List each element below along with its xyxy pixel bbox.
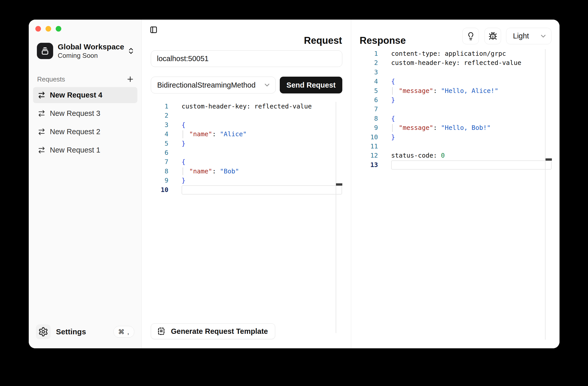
indent-guide — [392, 87, 393, 95]
code-text: { — [391, 114, 395, 123]
panel-left-icon — [150, 26, 158, 34]
code-line-13[interactable]: 13 — [351, 160, 560, 170]
scrollbar-thumb[interactable] — [336, 183, 342, 186]
request-item-label: New Request 1 — [50, 146, 100, 154]
response-panel: Response Light 1content-type: applicatio… — [351, 20, 560, 348]
code-line-3[interactable]: 3 — [351, 68, 560, 77]
lightbulb-button[interactable] — [462, 28, 479, 44]
line-number: 6 — [142, 148, 168, 157]
template-dashed-icon — [156, 326, 166, 336]
sidebar: Global Workspace Coming Soon Requests — [29, 20, 142, 348]
line-number: 4 — [351, 77, 378, 86]
code-line-8[interactable]: 8{ — [351, 114, 560, 123]
code-line-4[interactable]: 4 "name": "Alice" — [142, 130, 351, 139]
line-number: 12 — [351, 151, 378, 160]
code-text: content-type: application/grpc — [391, 49, 506, 58]
code-line-8[interactable]: 8 "name": "Bob" — [142, 167, 351, 176]
response-editor: 1content-type: application/grpc2custom-h… — [351, 49, 560, 170]
generate-request-template-button[interactable]: Generate Request Template — [151, 323, 275, 339]
chevrons-up-down-icon — [127, 47, 135, 55]
code-line-12[interactable]: 12status-code: 0 — [351, 151, 560, 160]
generate-request-template-label: Generate Request Template — [171, 327, 268, 336]
chevron-down-icon — [263, 81, 271, 89]
method-select-value: BidirectionalStreamingMethod — [157, 81, 263, 89]
workspace-subtitle: Coming Soon — [58, 52, 127, 59]
code-line-6[interactable]: 6 — [142, 148, 351, 157]
line-number: 11 — [351, 142, 378, 151]
line-number: 13 — [351, 160, 378, 170]
line-number: 7 — [351, 105, 378, 114]
arrow-right-left-icon — [38, 128, 46, 136]
code-line-2[interactable]: 2 — [142, 111, 351, 120]
sidebar-item-new-request-2[interactable]: New Request 2 — [33, 124, 137, 140]
indent-guide — [183, 130, 183, 138]
plus-icon — [126, 75, 134, 83]
sidebar-item-new-request-1[interactable]: New Request 1 — [33, 142, 137, 158]
line-number: 9 — [351, 123, 378, 132]
code-line-7[interactable]: 7 — [351, 105, 560, 114]
scrollbar-thumb[interactable] — [546, 158, 552, 161]
code-line-1[interactable]: 1content-type: application/grpc — [351, 49, 560, 58]
method-select[interactable]: BidirectionalStreamingMethod — [151, 77, 276, 93]
code-line-11[interactable]: 11 — [351, 142, 560, 151]
arrow-right-left-icon — [38, 91, 46, 99]
request-list: New Request 4 New Request 3 New Request … — [33, 87, 137, 160]
line-number: 10 — [142, 185, 168, 195]
code-line-4[interactable]: 4{ — [351, 77, 560, 86]
active-line-box[interactable] — [182, 185, 342, 195]
send-request-button[interactable]: Send Request — [280, 77, 342, 93]
bug-button[interactable] — [484, 28, 501, 44]
line-number: 1 — [142, 102, 168, 111]
line-number: 2 — [142, 111, 168, 120]
indent-guide — [183, 168, 183, 175]
code-text: } — [391, 133, 395, 142]
theme-select[interactable]: Light — [506, 28, 551, 44]
workspace-title: Global Workspace — [58, 43, 127, 51]
code-line-5[interactable]: 5 "message": "Hello, Alice!" — [351, 86, 560, 95]
settings-button[interactable]: Settings ⌘ , — [36, 324, 134, 339]
theme-select-value: Light — [513, 32, 539, 40]
line-number: 3 — [351, 68, 378, 77]
app-window: Global Workspace Coming Soon Requests — [29, 20, 560, 348]
code-line-9[interactable]: 9} — [142, 176, 351, 185]
request-item-label: New Request 2 — [50, 128, 100, 136]
add-request-button[interactable] — [126, 75, 135, 84]
arrow-right-left-icon — [38, 146, 46, 154]
code-line-3[interactable]: 3{ — [142, 120, 351, 130]
bug-icon — [489, 32, 497, 40]
code-line-7[interactable]: 7{ — [142, 157, 351, 167]
minimize-button[interactable] — [46, 26, 51, 32]
code-line-2[interactable]: 2custom-header-key: reflected-value — [351, 58, 560, 67]
line-number: 5 — [351, 86, 378, 95]
code-line-1[interactable]: 1custom-header-key: reflected-value — [142, 102, 351, 111]
sidebar-item-new-request-3[interactable]: New Request 3 — [33, 105, 137, 121]
line-number: 8 — [142, 167, 168, 176]
line-number: 1 — [351, 49, 378, 58]
requests-label: Requests — [37, 75, 65, 83]
code-line-5[interactable]: 5} — [142, 139, 351, 148]
close-button[interactable] — [35, 26, 41, 32]
line-number: 8 — [351, 114, 378, 123]
host-input[interactable] — [151, 50, 342, 67]
code-text: { — [182, 120, 185, 130]
zoom-button[interactable] — [56, 26, 61, 32]
response-editor-scrollbar-track — [545, 49, 546, 340]
line-number: 4 — [142, 130, 168, 139]
code-line-6[interactable]: 6} — [351, 95, 560, 105]
active-line-box[interactable] — [391, 160, 552, 170]
code-line-9[interactable]: 9 "message": "Hello, Bob!" — [351, 123, 560, 132]
code-line-10[interactable]: 10 — [142, 185, 351, 195]
settings-label: Settings — [56, 327, 86, 336]
line-number: 5 — [142, 139, 168, 148]
workspace-switcher[interactable]: Global Workspace Coming Soon — [37, 43, 135, 59]
code-text: } — [182, 139, 185, 148]
request-editor-scrollbar-track — [336, 102, 336, 333]
code-text: } — [391, 95, 395, 105]
sidebar-item-new-request-4[interactable]: New Request 4 — [33, 87, 137, 103]
code-line-10[interactable]: 10} — [351, 133, 560, 142]
code-text: "name": "Alice" — [182, 130, 247, 139]
line-number: 7 — [142, 157, 168, 167]
chevron-down-icon — [539, 32, 547, 40]
code-text: "name": "Bob" — [182, 167, 239, 176]
sidebar-toggle-button[interactable] — [149, 25, 158, 34]
